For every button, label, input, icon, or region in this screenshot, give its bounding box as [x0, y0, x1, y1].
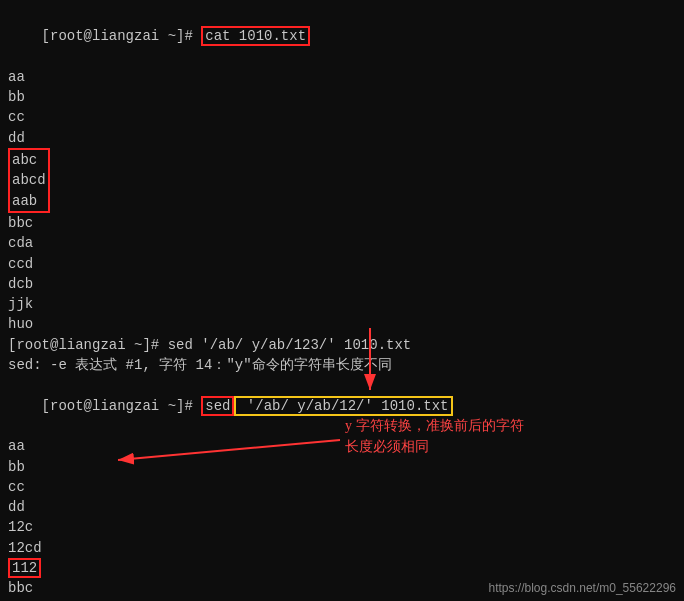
terminal: [root@liangzai ~]# cat 1010.txt aa bb cc…: [0, 0, 684, 601]
line-9: bbc: [8, 213, 676, 233]
watermark: https://blog.csdn.net/m0_55622296: [489, 581, 676, 595]
line-4: cc: [8, 107, 676, 127]
line-10: cda: [8, 233, 676, 253]
line-12: dcb: [8, 274, 676, 294]
line-13: jjk: [8, 294, 676, 314]
annotation-text: y 字符转换，准换前后的字符 长度必须相同: [345, 415, 524, 457]
prompt-1: [root@liangzai ~]#: [42, 28, 202, 44]
line-23: 12cd: [8, 538, 676, 558]
line-11: ccd: [8, 254, 676, 274]
prompt-17: [root@liangzai ~]#: [42, 398, 202, 414]
line-14: huo: [8, 314, 676, 334]
line-24: 112: [8, 558, 676, 578]
line-5: dd: [8, 128, 676, 148]
annotation-line1: y 字符转换，准换前后的字符: [345, 415, 524, 436]
abc-group: abc abcd aab: [8, 148, 50, 213]
line-16: sed: -e 表达式 #1, 字符 14："y"命令的字符串长度不同: [8, 355, 676, 375]
line-8: aab: [10, 191, 48, 211]
line-20: cc: [8, 477, 676, 497]
line-22: 12c: [8, 517, 676, 537]
sed-args: '/ab/ y/ab/12/' 1010.txt: [234, 396, 452, 416]
line-3: bb: [8, 87, 676, 107]
line-7: abcd: [10, 170, 48, 190]
line-18: aa: [8, 436, 676, 456]
annotation-line2: 长度必须相同: [345, 436, 524, 457]
line-15: [root@liangzai ~]# sed '/ab/ y/ab/123/' …: [8, 335, 676, 355]
result-112: 112: [8, 558, 41, 578]
line-6: abc: [10, 150, 48, 170]
cat-command: cat 1010.txt: [201, 26, 310, 46]
line-2: aa: [8, 67, 676, 87]
sed-label: sed: [201, 396, 234, 416]
line-21: dd: [8, 497, 676, 517]
line-17: [root@liangzai ~]# sed '/ab/ y/ab/12/' 1…: [8, 375, 676, 436]
line-19: bb: [8, 457, 676, 477]
line-1: [root@liangzai ~]# cat 1010.txt: [8, 6, 676, 67]
